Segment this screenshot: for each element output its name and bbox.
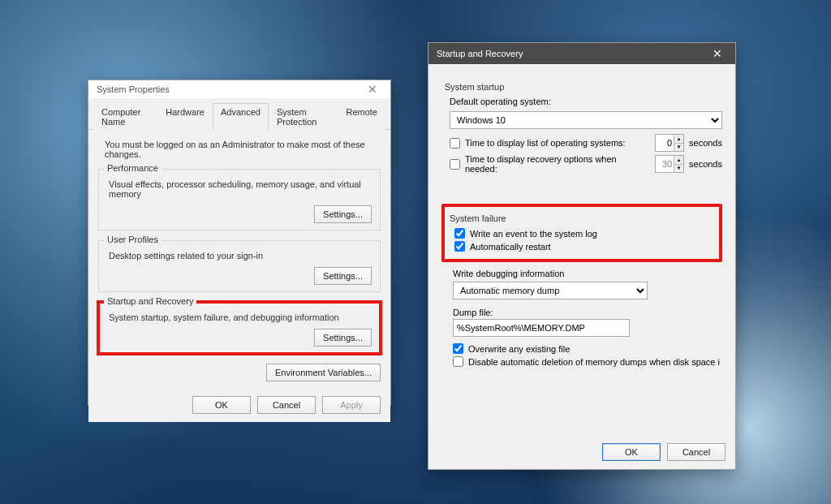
dialog-buttons: OK Cancel [428, 437, 735, 469]
admin-note: You must be logged on as an Administrato… [105, 140, 379, 159]
apply-button[interactable]: Apply [322, 396, 381, 414]
group-startup-recovery: Startup and Recovery System startup, sys… [98, 302, 381, 354]
dialog-content: You must be logged on as an Administrato… [88, 130, 390, 390]
time-recov-row: Time to display recovery options when ne… [450, 154, 722, 174]
group-desc-user-profiles: Desktop settings related to your sign-in [107, 251, 372, 261]
dump-file-label: Dump file: [453, 308, 722, 317]
time-list-checkbox[interactable] [450, 138, 460, 149]
seconds-label: seconds [689, 159, 722, 169]
ok-button[interactable]: OK [602, 443, 661, 461]
group-label-performance: Performance [104, 163, 161, 173]
time-list-label: Time to display list of operating system… [465, 138, 650, 148]
system-failure-section: System failure Write an event to the sys… [441, 204, 722, 262]
system-startup-section: System startup Default operating system:… [441, 79, 722, 176]
debug-info-select[interactable]: Automatic memory dump [453, 282, 648, 299]
tabs: Computer Name Hardware Advanced System P… [88, 98, 390, 130]
settings-button-startup-recovery[interactable]: Settings... [314, 329, 372, 347]
group-desc-performance: Visual effects, processor scheduling, me… [107, 179, 372, 199]
group-label-user-profiles: User Profiles [104, 235, 161, 244]
default-os-select[interactable]: Windows 10 [450, 111, 722, 129]
dialog-title: System Properties [97, 84, 170, 94]
auto-restart-label: Automatically restart [470, 242, 551, 252]
section-title-system-startup: System startup [445, 82, 722, 92]
close-icon[interactable]: ✕ [360, 80, 385, 98]
tab-remote[interactable]: Remote [338, 103, 385, 130]
group-user-profiles: User Profiles Desktop settings related t… [98, 240, 381, 292]
write-event-label: Write an event to the system log [470, 229, 597, 239]
dialog-title: Startup and Recovery [437, 49, 523, 58]
disable-delete-label: Disable automatic deletion of memory dum… [468, 357, 720, 367]
tab-advanced[interactable]: Advanced [213, 103, 269, 130]
cancel-button[interactable]: Cancel [257, 396, 316, 414]
tab-computer-name[interactable]: Computer Name [93, 103, 157, 130]
close-icon[interactable]: ✕ [704, 45, 730, 62]
group-desc-startup-recovery: System startup, system failure, and debu… [107, 312, 372, 322]
spinner-arrows[interactable]: ▲▼ [674, 156, 683, 172]
write-debug-section: Write debugging information Automatic me… [441, 267, 722, 369]
group-performance: Performance Visual effects, processor sc… [98, 169, 381, 230]
ok-button[interactable]: OK [192, 396, 251, 414]
startup-recovery-dialog: Startup and Recovery ✕ System startup De… [428, 42, 736, 470]
spinner-arrows[interactable]: ▲▼ [674, 135, 683, 151]
time-recov-label: Time to display recovery options when ne… [465, 154, 650, 174]
system-properties-dialog: System Properties ✕ Computer Name Hardwa… [88, 80, 391, 406]
tab-hardware[interactable]: Hardware [157, 103, 213, 130]
overwrite-checkbox[interactable] [453, 343, 463, 354]
default-os-label: Default operating system: [450, 97, 722, 106]
titlebar: Startup and Recovery ✕ [428, 43, 735, 64]
cancel-button[interactable]: Cancel [667, 443, 726, 461]
disable-delete-checkbox[interactable] [453, 356, 463, 367]
settings-button-user-profiles[interactable]: Settings... [314, 267, 372, 285]
write-debug-label: Write debugging information [453, 269, 722, 278]
time-recov-checkbox[interactable] [450, 159, 460, 170]
time-list-row: Time to display list of operating system… [450, 134, 722, 152]
seconds-label: seconds [689, 138, 722, 148]
group-label-startup-recovery: Startup and Recovery [104, 296, 196, 306]
dialog-buttons: OK Cancel Apply [88, 390, 390, 422]
overwrite-label: Overwrite any existing file [468, 344, 570, 354]
tab-system-protection[interactable]: System Protection [269, 103, 338, 130]
auto-restart-checkbox[interactable] [454, 241, 465, 252]
titlebar: System Properties ✕ [88, 80, 390, 98]
section-title-system-failure: System failure [450, 213, 714, 223]
settings-button-performance[interactable]: Settings... [314, 205, 372, 223]
dump-file-input[interactable] [453, 319, 630, 337]
write-event-checkbox[interactable] [454, 228, 465, 239]
dialog-content: System startup Default operating system:… [428, 64, 735, 437]
environment-variables-button[interactable]: Environment Variables... [266, 364, 381, 381]
